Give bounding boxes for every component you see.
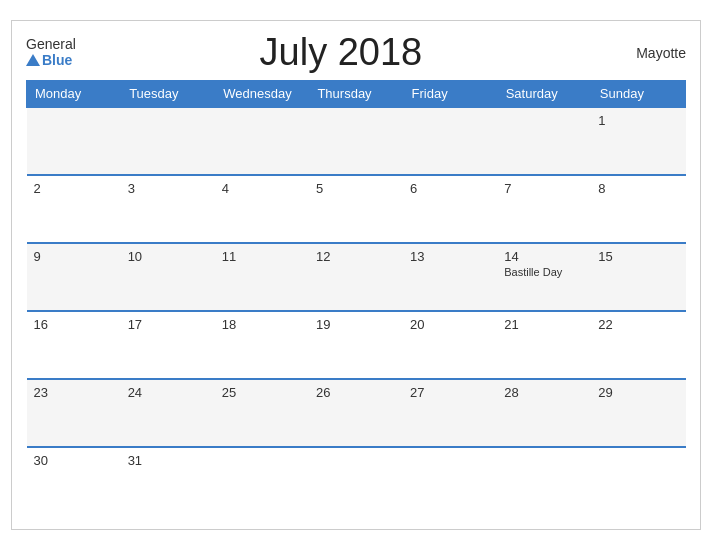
- logo: General Blue: [26, 37, 76, 68]
- day-number: 8: [598, 181, 678, 196]
- calendar-cell: 7: [497, 175, 591, 243]
- day-number: 7: [504, 181, 584, 196]
- calendar-cell: 26: [309, 379, 403, 447]
- calendar-cell: 13: [403, 243, 497, 311]
- day-number: 12: [316, 249, 396, 264]
- calendar-cell: 1: [591, 107, 685, 175]
- calendar-header: General Blue July 2018 Mayotte: [26, 31, 686, 74]
- day-number: 23: [34, 385, 114, 400]
- calendar-cell: [497, 107, 591, 175]
- day-number: 4: [222, 181, 302, 196]
- calendar-container: General Blue July 2018 Mayotte MondayTue…: [11, 20, 701, 530]
- calendar-cell: 4: [215, 175, 309, 243]
- calendar-cell: [497, 447, 591, 515]
- calendar-cell: 14Bastille Day: [497, 243, 591, 311]
- calendar-cell: 27: [403, 379, 497, 447]
- day-number: 31: [128, 453, 208, 468]
- day-number: 28: [504, 385, 584, 400]
- weekday-header-wednesday: Wednesday: [215, 81, 309, 108]
- weekday-header-monday: Monday: [27, 81, 121, 108]
- calendar-cell: 29: [591, 379, 685, 447]
- day-number: 26: [316, 385, 396, 400]
- calendar-cell: 18: [215, 311, 309, 379]
- weekday-header-thursday: Thursday: [309, 81, 403, 108]
- calendar-region: Mayotte: [606, 45, 686, 61]
- weekday-header-saturday: Saturday: [497, 81, 591, 108]
- day-number: 27: [410, 385, 490, 400]
- weekday-header-tuesday: Tuesday: [121, 81, 215, 108]
- day-number: 14: [504, 249, 584, 264]
- calendar-cell: 8: [591, 175, 685, 243]
- day-number: 20: [410, 317, 490, 332]
- weekday-header-friday: Friday: [403, 81, 497, 108]
- calendar-cell: 25: [215, 379, 309, 447]
- calendar-cell: 28: [497, 379, 591, 447]
- calendar-cell: 16: [27, 311, 121, 379]
- week-row-4: 16171819202122: [27, 311, 686, 379]
- week-row-5: 23242526272829: [27, 379, 686, 447]
- calendar-cell: 12: [309, 243, 403, 311]
- day-number: 15: [598, 249, 678, 264]
- day-number: 1: [598, 113, 678, 128]
- calendar-cell: [403, 107, 497, 175]
- calendar-cell: [27, 107, 121, 175]
- day-number: 16: [34, 317, 114, 332]
- logo-general-text: General: [26, 37, 76, 52]
- calendar-cell: 24: [121, 379, 215, 447]
- day-number: 10: [128, 249, 208, 264]
- logo-blue-text: Blue: [42, 53, 72, 68]
- calendar-cell: 22: [591, 311, 685, 379]
- day-number: 18: [222, 317, 302, 332]
- calendar-cell: 21: [497, 311, 591, 379]
- calendar-cell: [215, 447, 309, 515]
- calendar-cell: 10: [121, 243, 215, 311]
- week-row-3: 91011121314Bastille Day15: [27, 243, 686, 311]
- day-number: 2: [34, 181, 114, 196]
- calendar-cell: 11: [215, 243, 309, 311]
- week-row-1: 1: [27, 107, 686, 175]
- calendar-cell: 23: [27, 379, 121, 447]
- calendar-cell: 2: [27, 175, 121, 243]
- calendar-cell: [403, 447, 497, 515]
- day-number: 25: [222, 385, 302, 400]
- calendar-title: July 2018: [76, 31, 606, 74]
- day-number: 5: [316, 181, 396, 196]
- weekday-header-row: MondayTuesdayWednesdayThursdayFridaySatu…: [27, 81, 686, 108]
- holiday-label: Bastille Day: [504, 266, 584, 278]
- day-number: 13: [410, 249, 490, 264]
- day-number: 30: [34, 453, 114, 468]
- calendar-cell: [591, 447, 685, 515]
- calendar-cell: [215, 107, 309, 175]
- calendar-cell: 6: [403, 175, 497, 243]
- calendar-cell: 17: [121, 311, 215, 379]
- week-row-6: 3031: [27, 447, 686, 515]
- day-number: 3: [128, 181, 208, 196]
- calendar-cell: 30: [27, 447, 121, 515]
- weekday-header-sunday: Sunday: [591, 81, 685, 108]
- logo-triangle-icon: [26, 54, 40, 66]
- calendar-cell: 31: [121, 447, 215, 515]
- week-row-2: 2345678: [27, 175, 686, 243]
- calendar-cell: 5: [309, 175, 403, 243]
- day-number: 9: [34, 249, 114, 264]
- calendar-cell: 20: [403, 311, 497, 379]
- calendar-cell: 15: [591, 243, 685, 311]
- calendar-table: MondayTuesdayWednesdayThursdayFridaySatu…: [26, 80, 686, 515]
- day-number: 21: [504, 317, 584, 332]
- day-number: 19: [316, 317, 396, 332]
- calendar-cell: [309, 447, 403, 515]
- calendar-cell: 9: [27, 243, 121, 311]
- calendar-cell: [121, 107, 215, 175]
- day-number: 17: [128, 317, 208, 332]
- day-number: 29: [598, 385, 678, 400]
- calendar-cell: 19: [309, 311, 403, 379]
- day-number: 22: [598, 317, 678, 332]
- calendar-cell: [309, 107, 403, 175]
- day-number: 24: [128, 385, 208, 400]
- day-number: 6: [410, 181, 490, 196]
- calendar-cell: 3: [121, 175, 215, 243]
- day-number: 11: [222, 249, 302, 264]
